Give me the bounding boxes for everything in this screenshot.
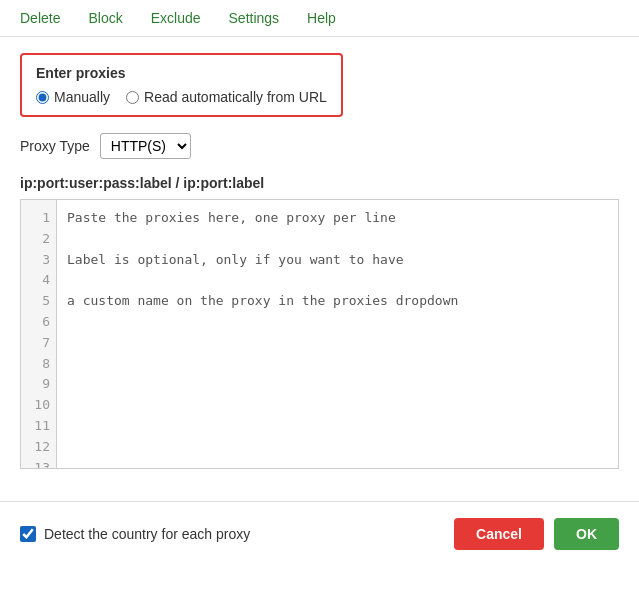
line-numbers: 12345678910111213 (21, 200, 57, 468)
radio-manually-text: Manually (54, 89, 110, 105)
detect-country-label: Detect the country for each proxy (44, 526, 250, 542)
radio-manually-label[interactable]: Manually (36, 89, 110, 105)
enter-proxies-title: Enter proxies (36, 65, 327, 81)
radio-auto-label[interactable]: Read automatically from URL (126, 89, 327, 105)
radio-auto[interactable] (126, 91, 139, 104)
menu-settings[interactable]: Settings (225, 8, 284, 28)
editor-line: Paste the proxies here, one proxy per li… (67, 208, 608, 229)
menu-help[interactable]: Help (303, 8, 340, 28)
proxy-type-select[interactable]: HTTP(S) SOCKS4 SOCKS5 (100, 133, 191, 159)
menu-exclude[interactable]: Exclude (147, 8, 205, 28)
editor-line (67, 229, 608, 250)
editor-line (67, 416, 608, 437)
editor-line (67, 333, 608, 354)
main-content: Enter proxies Manually Read automaticall… (0, 37, 639, 485)
editor-line (67, 312, 608, 333)
editor-container: 12345678910111213 Paste the proxies here… (20, 199, 619, 469)
radio-group: Manually Read automatically from URL (36, 89, 327, 105)
editor-line (67, 437, 608, 458)
editor-line (67, 458, 608, 468)
editor-content[interactable]: Paste the proxies here, one proxy per li… (57, 200, 618, 468)
editor-line (67, 270, 608, 291)
radio-manually[interactable] (36, 91, 49, 104)
bottom-bar: Detect the country for each proxy Cancel… (0, 501, 639, 566)
proxy-type-label: Proxy Type (20, 138, 90, 154)
editor-line: Label is optional, only if you want to h… (67, 250, 608, 271)
detect-country-row: Detect the country for each proxy (20, 526, 250, 542)
radio-auto-text: Read automatically from URL (144, 89, 327, 105)
menubar: Delete Block Exclude Settings Help (0, 0, 639, 37)
enter-proxies-box: Enter proxies Manually Read automaticall… (20, 53, 343, 117)
proxy-type-row: Proxy Type HTTP(S) SOCKS4 SOCKS5 (20, 133, 619, 159)
detect-country-checkbox[interactable] (20, 526, 36, 542)
menu-block[interactable]: Block (84, 8, 126, 28)
button-group: Cancel OK (454, 518, 619, 550)
editor-line (67, 395, 608, 416)
menu-delete[interactable]: Delete (16, 8, 64, 28)
cancel-button[interactable]: Cancel (454, 518, 544, 550)
format-hint: ip:port:user:pass:label / ip:port:label (20, 175, 619, 191)
ok-button[interactable]: OK (554, 518, 619, 550)
editor-line (67, 374, 608, 395)
editor-line (67, 354, 608, 375)
editor-line: a custom name on the proxy in the proxie… (67, 291, 608, 312)
